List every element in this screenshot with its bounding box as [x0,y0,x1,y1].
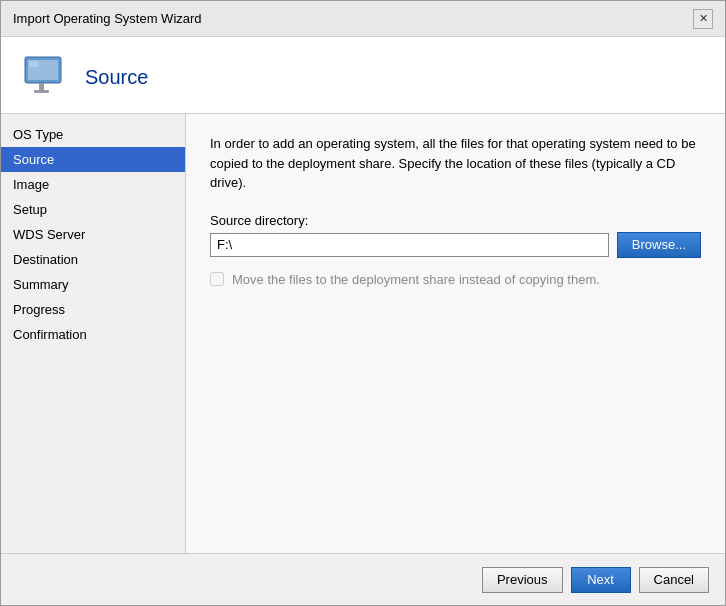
browse-button[interactable]: Browse... [617,232,701,258]
title-bar: Import Operating System Wizard ✕ [1,1,725,37]
source-directory-group: Source directory: Browse... [210,213,701,258]
svg-rect-3 [34,90,49,93]
panel-body: In order to add an operating system, all… [186,114,725,553]
footer: Previous Next Cancel [1,553,725,605]
cancel-button[interactable]: Cancel [639,567,709,593]
content-area: OS Type Source Image Setup WDS Server De… [1,114,725,553]
sidebar-item-confirmation[interactable]: Confirmation [1,322,185,347]
sidebar-item-setup[interactable]: Setup [1,197,185,222]
sidebar-item-destination[interactable]: Destination [1,247,185,272]
close-button[interactable]: ✕ [693,9,713,29]
source-directory-input[interactable] [210,233,609,257]
panel-header: Source [1,37,725,114]
page-title: Source [85,66,148,89]
svg-rect-2 [39,83,44,90]
sidebar-item-image[interactable]: Image [1,172,185,197]
svg-rect-4 [29,61,39,67]
move-files-checkbox[interactable] [210,272,224,286]
sidebar-item-progress[interactable]: Progress [1,297,185,322]
main-panel: In order to add an operating system, all… [186,114,725,553]
move-files-label: Move the files to the deployment share i… [232,272,600,287]
sidebar-item-summary[interactable]: Summary [1,272,185,297]
wizard-window: Import Operating System Wizard ✕ [0,0,726,606]
source-directory-label: Source directory: [210,213,701,228]
description-text: In order to add an operating system, all… [210,134,701,193]
source-directory-row: Browse... [210,232,701,258]
next-button[interactable]: Next [571,567,631,593]
computer-icon [21,53,69,101]
move-files-row: Move the files to the deployment share i… [210,272,701,287]
previous-button[interactable]: Previous [482,567,563,593]
sidebar-item-source[interactable]: Source [1,147,185,172]
sidebar-item-os-type[interactable]: OS Type [1,122,185,147]
window-title: Import Operating System Wizard [13,11,202,26]
sidebar: OS Type Source Image Setup WDS Server De… [1,114,186,553]
sidebar-item-wds-server[interactable]: WDS Server [1,222,185,247]
